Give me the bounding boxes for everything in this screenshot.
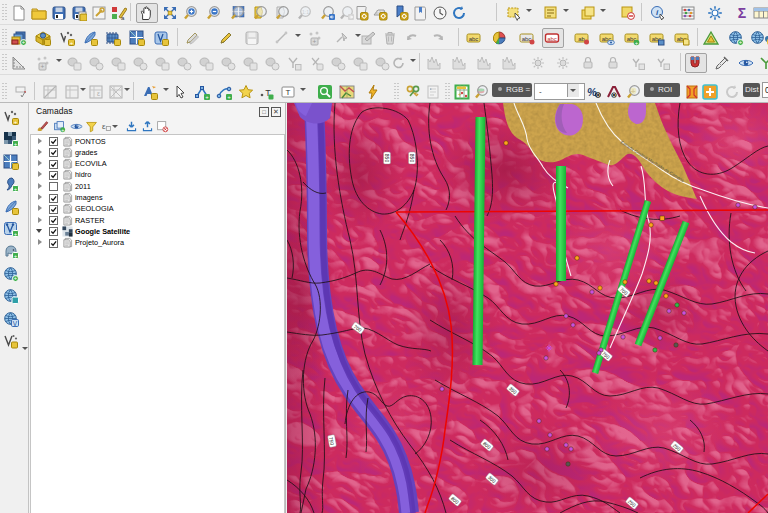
svg-text:+: + (14, 186, 18, 192)
svg-text:+: + (313, 38, 317, 45)
svg-text:+: + (14, 253, 18, 259)
svg-text:+: + (70, 40, 74, 46)
svg-text:+: + (41, 63, 45, 70)
svg-text:+: + (14, 119, 18, 125)
svg-text:+: + (739, 39, 743, 46)
svg-text:850: 850 (409, 154, 415, 163)
svg-text:+: + (458, 91, 462, 97)
svg-text:850: 850 (384, 154, 390, 163)
svg-text:+: + (205, 94, 209, 100)
svg-text:+: + (14, 231, 18, 237)
svg-text:T: T (286, 88, 291, 97)
svg-text:Σ: Σ (738, 5, 746, 21)
svg-text:+: + (14, 141, 18, 147)
svg-text:abc: abc (522, 36, 532, 42)
svg-text:ab: ab (578, 36, 585, 42)
svg-text:ε: ε (102, 122, 106, 131)
svg-text:+: + (14, 275, 18, 282)
svg-text:V: V (13, 319, 18, 326)
svg-text:+: + (635, 40, 639, 46)
svg-text:a: a (121, 15, 125, 21)
svg-text:o: o (596, 91, 600, 98)
svg-text:+: + (227, 94, 231, 100)
svg-text:o: o (612, 91, 616, 98)
svg-text:ε: ε (97, 90, 100, 97)
svg-text:abc: abc (469, 36, 479, 42)
svg-text:abc: abc (547, 36, 557, 42)
svg-text:+: + (22, 39, 26, 46)
svg-text:+: + (61, 127, 64, 133)
